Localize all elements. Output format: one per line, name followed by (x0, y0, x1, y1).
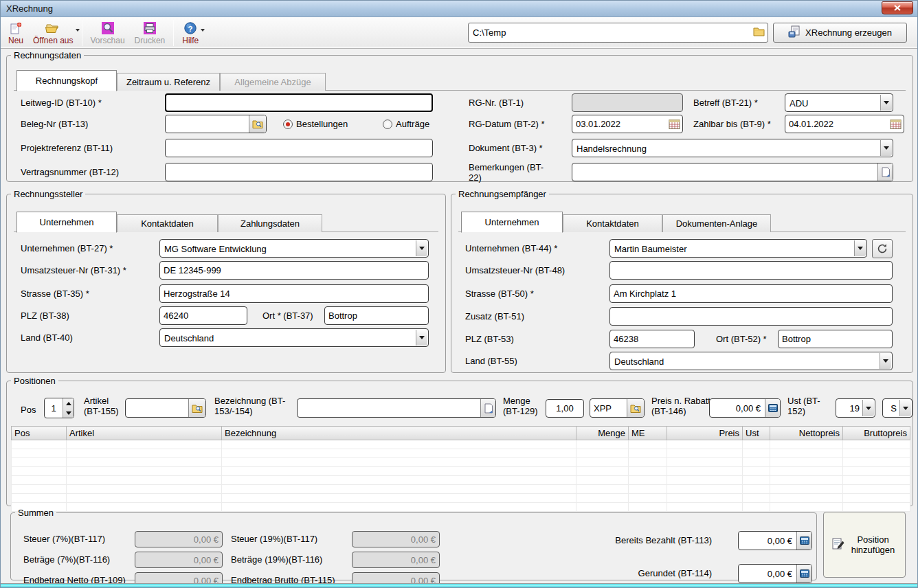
col-menge[interactable]: Menge (576, 427, 629, 440)
refresh-icon (877, 243, 888, 254)
xrechnung-erzeugen-button[interactable]: XRechnung erzeugen (773, 23, 907, 43)
empfaenger-unternehmen-combobox[interactable]: Martin Baumeister (609, 239, 867, 258)
chevron-down-icon[interactable] (880, 353, 891, 369)
chevron-down-icon[interactable] (899, 400, 911, 416)
tab-empfaenger-dokumenten-anlage[interactable]: Dokumenten-Anlage (662, 214, 771, 232)
close-button[interactable] (882, 1, 913, 14)
steller-ort-input[interactable] (324, 306, 429, 325)
notes-button[interactable] (877, 163, 893, 181)
chevron-down-icon[interactable] (862, 400, 874, 416)
rgdatum-input[interactable] (572, 115, 683, 133)
artikel-label: Artikel (BT-155) (84, 396, 126, 417)
calendar-icon[interactable] (669, 119, 680, 129)
col-bruttopreis[interactable]: Bruttopreis (843, 427, 910, 440)
drucken-button: Drucken (130, 19, 170, 47)
steller-plz-input[interactable] (159, 306, 247, 325)
calculator-button[interactable] (765, 399, 780, 417)
pos-spinner[interactable]: 1 (44, 398, 74, 418)
open-folder-icon (45, 21, 61, 35)
radio-bestellungen[interactable]: Bestellungen (283, 119, 348, 129)
col-bezeichnung[interactable]: Bezeichnung (222, 427, 576, 440)
bereits-bezahlt-field[interactable] (738, 531, 812, 550)
betreff-combobox[interactable]: ADU (785, 93, 893, 112)
bemerkungen-field[interactable] (572, 163, 893, 181)
dokument-combobox[interactable]: Handelsrechnung (572, 139, 893, 157)
projektreferenz-input[interactable] (165, 139, 433, 157)
tab-empfaenger-unternehmen[interactable]: Unternehmen (461, 212, 563, 233)
ust-combobox[interactable]: 19 (836, 398, 875, 418)
bezeichnung-input[interactable] (297, 398, 496, 418)
gerundet-field[interactable] (738, 564, 812, 583)
neu-button[interactable]: Neu (3, 19, 28, 47)
col-ust[interactable]: Ust (743, 427, 770, 440)
folder-search-button[interactable] (188, 399, 205, 417)
output-path-field[interactable] (468, 23, 768, 43)
tab-steller-zahlungsdaten[interactable]: Zahlungsdaten (218, 214, 322, 232)
radio-icon[interactable] (383, 120, 392, 129)
bezeichnung-field[interactable] (297, 398, 496, 418)
bemerkungen-input[interactable] (572, 163, 893, 181)
calculator-button[interactable] (796, 565, 811, 583)
empfaenger-plz-input[interactable] (609, 330, 695, 348)
rgdatum-field[interactable] (572, 115, 683, 133)
chevron-down-icon[interactable] (201, 29, 205, 32)
rgnr-label: RG-Nr. (BT-1) (469, 98, 524, 109)
tab-steller-unternehmen[interactable]: Unternehmen (16, 212, 117, 233)
refresh-button[interactable] (872, 239, 893, 258)
empfaenger-land-combobox[interactable]: Deutschland (609, 352, 893, 370)
col-preis[interactable]: Preis (667, 427, 743, 440)
tab-steller-kontaktdaten[interactable]: Kontaktdaten (117, 214, 218, 232)
tab-rechnungskopf[interactable]: Rechnungskopf (16, 70, 117, 91)
beleg-field[interactable] (165, 115, 267, 133)
menge-input[interactable] (546, 399, 584, 418)
einheit-field[interactable] (590, 398, 645, 418)
steuer7-label: Steuer (7%)(BT-117) (23, 534, 105, 545)
folder-search-button[interactable] (627, 399, 644, 417)
col-artikel[interactable]: Artikel (67, 427, 222, 440)
chevron-down-icon[interactable] (416, 240, 427, 256)
folder-search-button[interactable] (249, 115, 266, 133)
empfaenger-ust-input[interactable] (609, 261, 893, 280)
tab-empfaenger-kontaktdaten[interactable]: Kontaktdaten (563, 214, 662, 232)
calendar-icon[interactable] (890, 119, 902, 129)
steuer7-input (135, 531, 223, 547)
ust-kategorie-combobox[interactable]: S (882, 398, 913, 418)
rechnungsempfaenger-legend: Rechnungsempfänger (456, 189, 549, 199)
radio-auftraege[interactable]: Aufträge (383, 119, 429, 129)
preis-field[interactable] (709, 398, 781, 418)
output-path-input[interactable] (468, 23, 768, 43)
zahlbar-input[interactable] (785, 115, 904, 133)
titlebar: XRechnung (1, 1, 917, 17)
steller-land-combobox[interactable]: Deutschland (159, 328, 429, 347)
artikel-field[interactable] (125, 398, 206, 418)
radio-icon[interactable] (283, 120, 293, 129)
folder-icon[interactable] (753, 27, 765, 38)
chevron-down-icon[interactable] (880, 95, 892, 111)
empfaenger-ort-input[interactable] (778, 330, 893, 348)
spinner-up-button[interactable] (63, 398, 74, 408)
col-nettopreis[interactable]: Nettopreis (770, 427, 843, 440)
zahlbar-field[interactable] (785, 115, 904, 133)
col-me[interactable]: ME (629, 427, 667, 440)
col-pos[interactable]: Pos (12, 427, 67, 440)
spinner-down-button[interactable] (63, 408, 74, 418)
leitweg-input[interactable] (165, 93, 433, 112)
hilfe-button[interactable]: ? Hilfe (177, 19, 203, 47)
steller-strasse-input[interactable] (159, 284, 429, 303)
empfaenger-strasse-input[interactable] (609, 284, 893, 303)
notes-button[interactable] (480, 399, 495, 417)
chevron-down-icon[interactable] (76, 29, 80, 32)
steller-unternehmen-combobox[interactable]: MG Software Entwicklung (159, 239, 429, 258)
empfaenger-unternehmen-label: Unternehmen (BT-44) * (465, 244, 557, 254)
chevron-down-icon[interactable] (854, 240, 866, 256)
calculator-button[interactable] (796, 532, 811, 550)
empfaenger-zusatz-input[interactable] (609, 307, 893, 326)
zahlbar-label: Zahlbar bis (BT-9) * (693, 120, 771, 130)
vertragsnummer-input[interactable] (165, 163, 433, 181)
tab-zeitraum-referenz[interactable]: Zeitraum u. Referenz (117, 73, 220, 91)
steller-ust-input[interactable] (159, 261, 429, 280)
oeffnen-aus-button[interactable]: Öffnen aus (28, 19, 78, 47)
chevron-down-icon[interactable] (416, 330, 427, 346)
chevron-down-icon[interactable] (880, 140, 892, 156)
position-hinzufuegen-button[interactable]: Position hinzufügen (823, 512, 906, 578)
